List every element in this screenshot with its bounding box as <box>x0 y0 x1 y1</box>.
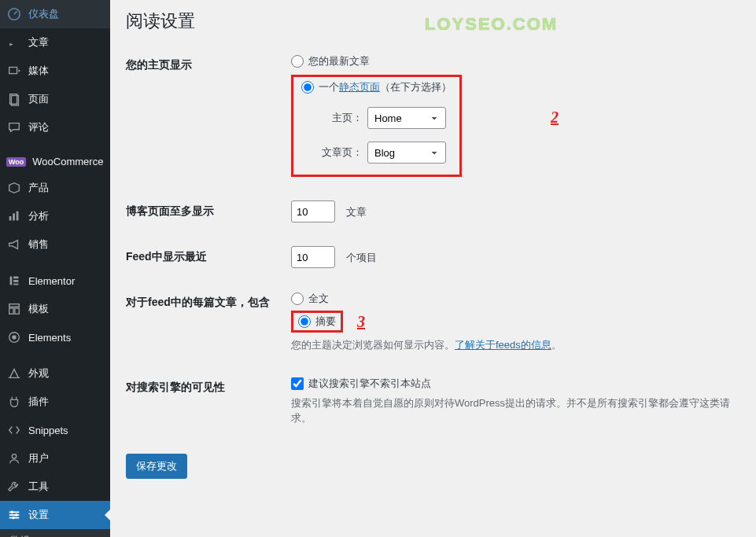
radio-full-text-row[interactable]: 全文 <box>291 292 732 306</box>
homepage-select-label: 主页： <box>319 111 363 125</box>
sidebar-item-label: 模板 <box>28 302 49 316</box>
svg-point-22 <box>12 517 15 520</box>
sidebar-item-label: 插件 <box>28 395 49 409</box>
settings-icon <box>6 507 22 523</box>
plugin-icon <box>6 394 22 410</box>
label-feed-recent: Feed中显示最近 <box>126 234 283 280</box>
radio-latest-posts-row[interactable]: 您的最新文章 <box>291 54 732 68</box>
sidebar-item-elements[interactable]: Elements <box>0 323 110 351</box>
svg-rect-7 <box>10 277 13 285</box>
svg-rect-10 <box>13 284 18 285</box>
dashboard-icon <box>6 6 22 22</box>
svg-point-15 <box>12 335 16 339</box>
radio-latest-posts-label: 您的最新文章 <box>308 54 370 68</box>
annotation-3: 3 <box>357 313 365 331</box>
sidebar-item-label: 用户 <box>28 451 49 465</box>
radio-static-page-row[interactable]: 一个静态页面（在下方选择） <box>301 80 452 94</box>
sidebar-item-posts[interactable]: 文章 <box>0 28 110 57</box>
annotation-2: 2 <box>551 109 559 127</box>
svg-rect-6 <box>17 211 19 221</box>
tool-icon <box>6 479 22 495</box>
radio-summary-row[interactable]: 摘要 <box>298 314 336 329</box>
label-blog-show: 博客页面至多显示 <box>126 189 283 234</box>
product-icon <box>6 180 22 196</box>
radio-static-page[interactable] <box>301 81 314 94</box>
save-button[interactable]: 保存更改 <box>126 454 187 479</box>
sidebar-item-label: Elements <box>28 332 71 344</box>
sidebar-item-woocommerce[interactable]: Woo WooCommerce <box>0 149 110 174</box>
sidebar-item-label: 分析 <box>28 209 49 223</box>
input-posts-per-page[interactable] <box>291 200 335 223</box>
page-icon <box>6 91 22 107</box>
svg-point-21 <box>15 513 18 517</box>
checkbox-noindex-row[interactable]: 建议搜索引擎不索引本站点 <box>291 377 732 391</box>
sidebar-item-pages[interactable]: 页面 <box>0 85 110 113</box>
woo-icon: Woo <box>6 157 26 167</box>
sidebar-item-comments[interactable]: 评论 <box>0 113 110 142</box>
radio-static-prefix: 一个 <box>319 81 339 93</box>
svg-rect-11 <box>9 304 20 307</box>
checkbox-noindex-label: 建议搜索引擎不索引本站点 <box>308 377 431 391</box>
unit-posts: 文章 <box>346 206 367 218</box>
page-title: 阅读设置 <box>126 0 740 36</box>
sidebar-item-label: 设置 <box>28 508 49 522</box>
sidebar-item-products[interactable]: 产品 <box>0 174 110 202</box>
sidebar-item-templates[interactable]: 模板 <box>0 295 110 323</box>
sidebar-item-plugins[interactable]: 插件 <box>0 388 110 416</box>
sidebar-item-label: Snippets <box>28 425 68 436</box>
sidebar-item-elementor[interactable]: Elementor <box>0 267 110 295</box>
sidebar-item-settings[interactable]: 设置 <box>0 501 110 529</box>
label-homepage-displays: 您的主页显示 <box>126 42 283 189</box>
posts-page-select[interactable]: Blog <box>367 142 446 164</box>
sidebar-item-dashboard[interactable]: 仪表盘 <box>0 0 110 28</box>
radio-latest-posts[interactable] <box>291 55 304 68</box>
static-page-highlight-box: 一个静态页面（在下方选择） 主页： Home 文章页： <box>291 75 462 177</box>
radio-summary-label: 摘要 <box>315 314 336 329</box>
static-page-link[interactable]: 静态页面 <box>339 81 380 93</box>
appearance-icon <box>6 366 22 381</box>
radio-full-text[interactable] <box>291 292 304 305</box>
sidebar-item-label: 产品 <box>28 181 49 195</box>
input-feed-items[interactable] <box>291 246 335 268</box>
svg-rect-12 <box>9 308 13 314</box>
sidebar-item-marketing[interactable]: 销售 <box>0 230 110 259</box>
sidebar-item-label: 销售 <box>28 237 49 252</box>
unit-items: 个项目 <box>346 252 377 263</box>
sidebar-item-label: 页面 <box>28 92 49 106</box>
sidebar-item-label: WooCommerce <box>32 156 103 167</box>
search-visibility-description: 搜索引擎将本着自觉自愿的原则对待WordPress提出的请求。并不是所有搜索引擎… <box>291 395 732 426</box>
checkbox-noindex[interactable] <box>291 377 304 390</box>
comment-icon <box>6 120 22 135</box>
pin-icon <box>6 35 22 50</box>
svg-rect-4 <box>9 216 12 220</box>
admin-sidebar: 仪表盘 文章 媒体 页面 评论 Woo WooCommerce 产品 <box>0 0 110 537</box>
settings-submenu: 常规 撰写 阅读 讨论 <box>0 529 110 537</box>
radio-static-suffix: （在下方选择） <box>380 81 452 93</box>
homepage-select[interactable]: Home <box>367 107 446 129</box>
analytics-icon <box>6 208 22 224</box>
sidebar-item-label: 外观 <box>28 366 49 381</box>
sidebar-item-label: 工具 <box>28 480 49 494</box>
svg-rect-8 <box>13 277 18 279</box>
sidebar-item-label: 评论 <box>28 120 49 134</box>
sidebar-item-analytics[interactable]: 分析 <box>0 202 110 230</box>
sidebar-item-appearance[interactable]: 外观 <box>0 359 110 388</box>
svg-rect-1 <box>9 68 17 74</box>
radio-summary[interactable] <box>298 315 311 328</box>
sidebar-item-label: 仪表盘 <box>28 7 59 21</box>
user-icon <box>6 451 22 466</box>
svg-point-20 <box>11 511 14 514</box>
sidebar-item-users[interactable]: 用户 <box>0 444 110 473</box>
summary-highlight-box: 摘要 <box>291 311 343 333</box>
label-feed-each: 对于feed中的每篇文章，包含 <box>126 280 283 365</box>
sidebar-item-snippets[interactable]: Snippets <box>0 416 110 444</box>
sidebar-item-tools[interactable]: 工具 <box>0 473 110 501</box>
feed-info-link[interactable]: 了解关于feeds的信息 <box>455 339 551 351</box>
label-search-visibility: 对搜索引擎的可见性 <box>126 365 283 438</box>
marketing-icon <box>6 237 22 252</box>
svg-rect-13 <box>15 308 19 314</box>
svg-rect-5 <box>13 213 15 220</box>
radio-full-text-label: 全文 <box>308 292 329 306</box>
sidebar-item-media[interactable]: 媒体 <box>0 57 110 85</box>
submenu-general[interactable]: 常规 <box>0 529 110 537</box>
